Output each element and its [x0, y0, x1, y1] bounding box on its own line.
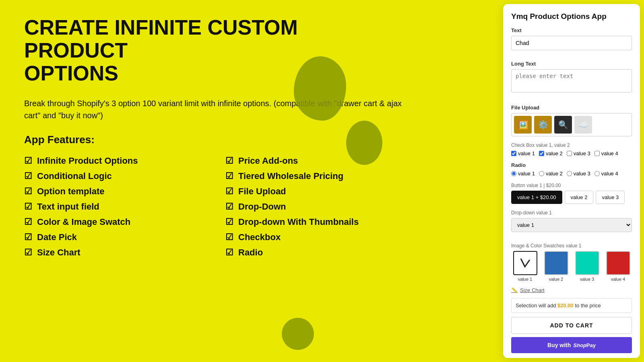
file-upload-label: File Upload	[511, 105, 632, 111]
dropdown-select[interactable]: value 1value 2value 3	[511, 218, 632, 232]
dropdown-label: Drop-down value 1	[511, 210, 632, 216]
checkmark-icon: ☑	[225, 202, 233, 212]
size-chart-icon: 📏	[511, 287, 518, 293]
text-field-section: Text	[511, 27, 632, 55]
radio-item[interactable]: value 2	[539, 171, 563, 177]
swatch-grid: value 1value 2value 3value 4	[511, 251, 632, 282]
file-upload-icons-container: 🖼️ ⚙️ 🔍 ☁️	[511, 113, 632, 136]
feature-item: ☑Radio	[225, 247, 402, 258]
swatch-image-0	[513, 251, 537, 275]
checkbox-section: Check Box value 1, value 2 value 1value …	[511, 142, 632, 156]
button-section: Button value 1 | $20.00 value 1 + $20.00…	[511, 182, 632, 204]
checkbox-label: Check Box value 1, value 2	[511, 142, 632, 148]
swatch-image-3	[606, 251, 630, 275]
product-options-panel: Ymq Product Options App Text Long Text F…	[503, 4, 640, 358]
radio-section: Radio value 1value 2value 3value 4	[511, 162, 632, 177]
checkmark-icon: ☑	[24, 232, 32, 243]
checkbox-input-1[interactable]	[539, 151, 544, 156]
size-chart-label: Size Chart	[520, 287, 545, 293]
checkmark-icon: ☑	[225, 247, 233, 258]
radio-input-1[interactable]	[539, 171, 544, 176]
buy-now-label: Buy with	[547, 342, 571, 348]
button-option-0[interactable]: value 1 + $20.00	[511, 191, 562, 204]
swatch-label-3: value 4	[611, 277, 625, 282]
checkmark-icon: ☑	[24, 217, 32, 227]
long-text-section: Long Text	[511, 61, 632, 99]
text-input[interactable]	[511, 36, 632, 50]
checkmark-icon: ☑	[24, 247, 32, 258]
swatch-item-2[interactable]: value 3	[573, 251, 601, 282]
button-label: Button value 1 | $20.00	[511, 182, 632, 188]
long-text-label: Long Text	[511, 61, 632, 67]
panel-title: Ymq Product Options App	[511, 12, 632, 21]
checkmark-icon: ☑	[225, 217, 233, 227]
feature-item: ☑File Upload	[225, 186, 402, 197]
upload-icon-2[interactable]: ⚙️	[534, 116, 552, 134]
page-title: CREATE INFINITE CUSTOM PRODUCT OPTIONS	[24, 16, 402, 85]
feature-item: ☑Checkbox	[225, 232, 402, 243]
dropdown-section: Drop-down value 1 value 1value 2value 3	[511, 210, 632, 237]
price-amount: $20.00	[557, 302, 574, 309]
checkmark-icon: ☑	[24, 186, 32, 197]
feature-item: ☑Drop-down With Thumbnails	[225, 217, 402, 227]
text-field-label: Text	[511, 27, 632, 33]
radio-item[interactable]: value 3	[567, 171, 590, 177]
feature-item: ☑Option template	[24, 186, 201, 197]
checkmark-icon: ☑	[225, 156, 233, 166]
shopify-pay-logo: ShopPay	[573, 342, 596, 348]
button-option-1[interactable]: value 2	[565, 191, 594, 204]
radio-group: value 1value 2value 3value 4	[511, 171, 632, 177]
checkbox-input-0[interactable]	[511, 151, 516, 156]
feature-item: ☑Infinite Product Options	[24, 156, 201, 166]
checkmark-icon: ☑	[225, 171, 233, 181]
button-option-group: value 1 + $20.00value 2value 3	[511, 191, 632, 204]
file-upload-section: File Upload 🖼️ ⚙️ 🔍 ☁️	[511, 105, 632, 136]
radio-input-0[interactable]	[511, 171, 516, 176]
checkmark-icon: ☑	[24, 202, 32, 212]
long-text-input[interactable]	[511, 69, 632, 93]
swatch-label-0: value 1	[518, 277, 532, 282]
swatch-item-1[interactable]: value 2	[542, 251, 570, 282]
radio-input-3[interactable]	[594, 171, 600, 176]
feature-item: ☑Size Chart	[24, 247, 201, 258]
button-option-2[interactable]: value 3	[596, 191, 625, 204]
size-chart-link[interactable]: 📏 Size Chart	[511, 287, 632, 293]
feature-item: ☑Text input field	[24, 202, 201, 212]
checkbox-item[interactable]: value 1	[511, 150, 535, 156]
feature-item: ☑Conditional Logic	[24, 171, 201, 181]
checkbox-item[interactable]: value 3	[567, 150, 590, 156]
price-info-box: Selection will add $20.00 to the price	[511, 298, 632, 313]
checkbox-input-2[interactable]	[567, 151, 572, 156]
radio-input-2[interactable]	[567, 171, 572, 176]
checkbox-item[interactable]: value 2	[539, 150, 563, 156]
upload-icon-3[interactable]: 🔍	[554, 116, 572, 134]
feature-item: ☑Drop-Down	[225, 202, 402, 212]
checkmark-icon: ☑	[225, 232, 233, 243]
swatch-item-0[interactable]: value 1	[511, 251, 539, 282]
radio-item[interactable]: value 4	[594, 171, 618, 177]
swatch-item-3[interactable]: value 4	[604, 251, 632, 282]
feature-item: ☑Tiered Wholesale Pricing	[225, 171, 402, 181]
radio-label: Radio	[511, 162, 632, 168]
subtitle: Break through Shopify's 3 option 100 var…	[24, 97, 402, 121]
checkbox-group: value 1value 2value 3value 4	[511, 150, 632, 156]
checkbox-input-3[interactable]	[594, 151, 600, 156]
feature-item: ☑Date Pick	[24, 232, 201, 243]
checkmark-icon: ☑	[24, 156, 32, 166]
checkbox-item[interactable]: value 4	[594, 150, 618, 156]
swatch-label-1: value 2	[549, 277, 563, 282]
swatch-image-2	[575, 251, 599, 275]
upload-icon-upload[interactable]: ☁️	[574, 116, 592, 134]
decorative-blob-2	[346, 121, 382, 165]
feature-item: ☑Color & Image Swatch	[24, 217, 201, 227]
upload-icon-1[interactable]: 🖼️	[514, 116, 532, 134]
features-grid: ☑Infinite Product Options☑Price Add-ons☑…	[24, 156, 402, 258]
swatch-section: Image & Color Swatches value 1 value 1va…	[511, 243, 632, 282]
features-heading: App Features:	[24, 134, 402, 146]
buy-now-button[interactable]: Buy with ShopPay	[511, 337, 632, 353]
add-to-cart-button[interactable]: ADD TO CART	[511, 317, 632, 334]
decorative-blob-1	[294, 56, 346, 121]
checkmark-icon: ☑	[24, 171, 32, 181]
decorative-blob-3	[282, 318, 314, 350]
radio-item[interactable]: value 1	[511, 171, 535, 177]
